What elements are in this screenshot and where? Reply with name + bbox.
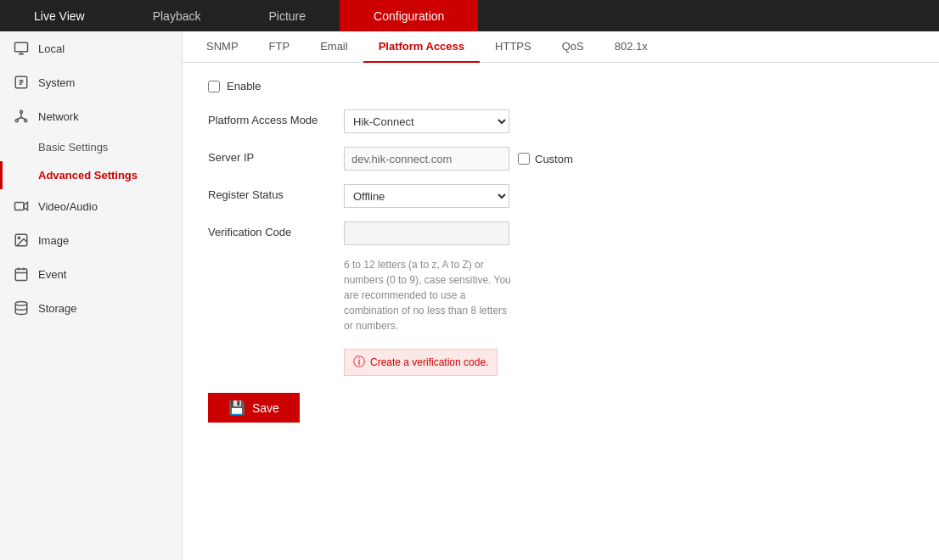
tab-https[interactable]: HTTPS — [480, 31, 547, 63]
nav-playback[interactable]: Playback — [119, 0, 235, 31]
sidebar: Local System Network Basic Settings Adva… — [0, 31, 183, 560]
tab-ftp[interactable]: FTP — [254, 31, 306, 63]
tab-email[interactable]: Email — [305, 31, 363, 63]
event-icon — [13, 266, 30, 283]
sidebar-label-network: Network — [38, 110, 79, 123]
tab-platform-access[interactable]: Platform Access — [363, 31, 480, 63]
custom-row: Custom — [518, 153, 573, 165]
sidebar-label-image: Image — [38, 234, 69, 247]
sidebar-label-video-audio: Video/Audio — [38, 200, 98, 213]
system-icon — [13, 74, 30, 91]
svg-point-12 — [18, 237, 20, 238]
svg-rect-0 — [15, 42, 28, 52]
tab-qos[interactable]: QoS — [547, 31, 599, 63]
platform-access-mode-label: Platform Access Mode — [208, 109, 344, 126]
storage-icon — [13, 300, 30, 316]
verification-code-label: Verification Code — [208, 221, 344, 238]
custom-label[interactable]: Custom — [535, 153, 573, 165]
svg-point-5 — [15, 120, 18, 122]
server-ip-label: Server IP — [208, 147, 344, 164]
register-status-control: OfflineOnline — [344, 184, 509, 208]
enable-checkbox[interactable] — [208, 81, 220, 92]
save-icon: 💾 — [228, 400, 245, 416]
sidebar-item-system[interactable]: System — [0, 65, 182, 99]
server-ip-row: Server IP Custom — [208, 147, 914, 171]
save-label: Save — [252, 401, 279, 415]
sidebar-item-video-audio[interactable]: Video/Audio — [0, 189, 182, 223]
nav-configuration[interactable]: Configuration — [340, 0, 478, 31]
sidebar-item-network[interactable]: Network — [0, 99, 182, 133]
verification-code-input[interactable] — [344, 221, 509, 245]
sidebar-item-basic-settings[interactable]: Basic Settings — [0, 133, 182, 161]
verification-code-control: 6 to 12 letters (a to z, A to Z) or numb… — [344, 221, 514, 376]
monitor-icon — [13, 40, 30, 57]
sidebar-label-local: Local — [38, 42, 65, 55]
top-navigation: Live View Playback Picture Configuration — [0, 0, 939, 31]
register-status-label: Register Status — [208, 184, 344, 201]
hint-text: 6 to 12 letters (a to z, A to Z) or numb… — [344, 257, 514, 333]
platform-access-mode-row: Platform Access Mode Hik-Connect — [208, 109, 914, 133]
save-button[interactable]: 💾 Save — [208, 393, 300, 423]
register-status-select[interactable]: OfflineOnline — [344, 184, 509, 208]
svg-rect-10 — [15, 203, 25, 210]
sidebar-label-system: System — [38, 76, 75, 89]
sidebar-item-image[interactable]: Image — [0, 223, 182, 257]
svg-point-6 — [25, 120, 27, 122]
network-icon — [13, 108, 30, 125]
tab-802-1x[interactable]: 802.1x — [599, 31, 663, 63]
tab-snmp[interactable]: SNMP — [191, 31, 254, 63]
warning-box: ⓘ Create a verification code. — [344, 349, 498, 376]
server-ip-input[interactable] — [344, 147, 509, 171]
svg-rect-13 — [15, 269, 27, 281]
sidebar-item-storage[interactable]: Storage — [0, 291, 182, 325]
svg-line-9 — [21, 118, 25, 120]
form-content: Enable Platform Access Mode Hik-Connect … — [183, 63, 939, 440]
svg-point-4 — [20, 110, 23, 113]
video-icon — [13, 198, 30, 215]
warning-icon: ⓘ — [353, 355, 365, 370]
verification-code-row: Verification Code 6 to 12 letters (a to … — [208, 221, 914, 376]
sidebar-label-event: Event — [38, 268, 66, 281]
nav-live-view[interactable]: Live View — [0, 0, 119, 31]
main-content: SNMP FTP Email Platform Access HTTPS QoS… — [183, 31, 939, 560]
platform-access-mode-select[interactable]: Hik-Connect — [344, 109, 509, 133]
warning-link[interactable]: Create a verification code. — [370, 356, 488, 368]
platform-access-mode-control: Hik-Connect — [344, 109, 509, 133]
svg-point-17 — [15, 302, 27, 306]
enable-row: Enable — [208, 80, 914, 92]
sidebar-item-advanced-settings[interactable]: Advanced Settings — [0, 161, 182, 189]
server-ip-control: Custom — [344, 147, 573, 171]
nav-picture[interactable]: Picture — [234, 0, 340, 31]
custom-checkbox[interactable] — [518, 153, 530, 165]
tab-bar: SNMP FTP Email Platform Access HTTPS QoS… — [183, 31, 939, 63]
sidebar-label-storage: Storage — [38, 302, 77, 315]
sidebar-item-event[interactable]: Event — [0, 257, 182, 291]
sidebar-item-local[interactable]: Local — [0, 31, 182, 65]
svg-line-8 — [17, 118, 21, 120]
image-icon — [13, 232, 30, 249]
register-status-row: Register Status OfflineOnline — [208, 184, 914, 208]
enable-label[interactable]: Enable — [227, 80, 261, 92]
